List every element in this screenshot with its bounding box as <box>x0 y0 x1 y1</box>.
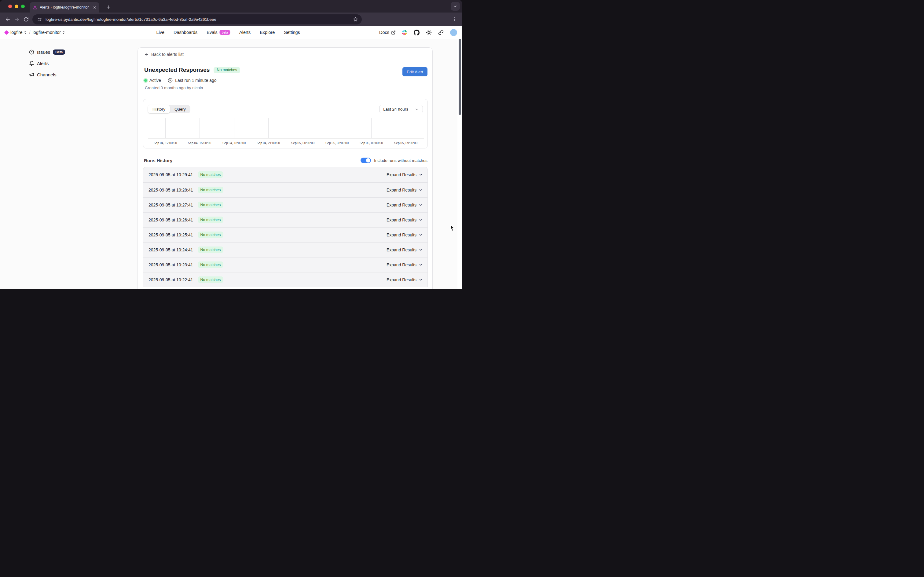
time-range-value: Last 24 hours <box>383 107 408 111</box>
run-row: 2025-09-05 at 10:29:41 No matches Expand… <box>143 167 427 182</box>
tab-close-icon[interactable] <box>93 6 96 9</box>
run-row: 2025-09-05 at 10:25:41 No matches Expand… <box>143 227 427 242</box>
expand-results-button[interactable]: Expand Results <box>387 172 423 177</box>
edit-alert-button[interactable]: Edit Alert <box>402 67 427 76</box>
issues-beta-badge: Beta <box>53 50 65 55</box>
docs-link[interactable]: Docs <box>379 30 396 35</box>
expand-results-button[interactable]: Expand Results <box>387 263 423 267</box>
arrow-left-icon <box>5 16 11 22</box>
github-icon[interactable] <box>414 30 419 35</box>
slack-icon[interactable] <box>402 30 407 35</box>
chevron-down-icon <box>419 172 423 177</box>
nav-explore[interactable]: Explore <box>260 30 275 35</box>
window-controls <box>8 5 25 8</box>
history-chart-panel: History Query Last 24 hours Sep 04, 12:0… <box>143 99 428 148</box>
expand-results-button[interactable]: Expand Results <box>387 277 423 282</box>
time-range-select[interactable]: Last 24 hours <box>379 105 423 113</box>
sidebar-item-label: Channels <box>37 72 56 77</box>
window-zoom-button[interactable] <box>21 5 25 8</box>
expand-results-label: Expand Results <box>387 218 416 222</box>
new-tab-button[interactable] <box>104 3 113 11</box>
plus-icon <box>106 5 111 10</box>
nav-settings[interactable]: Settings <box>284 30 300 35</box>
expand-results-label: Expand Results <box>387 232 416 237</box>
chevron-down-icon <box>419 188 423 192</box>
run-timestamp: 2025-09-05 at 10:28:41 <box>148 187 193 192</box>
theme-toggle-sun-icon[interactable] <box>426 30 432 35</box>
url-text[interactable]: logfire-us.pydantic.dev/logfire/logfire-… <box>45 17 350 22</box>
run-timestamp: 2025-09-05 at 10:26:41 <box>148 218 193 222</box>
toggle-knob <box>366 158 370 163</box>
site-settings-icon[interactable] <box>36 16 43 23</box>
run-status-badge: No matches <box>198 201 224 208</box>
badge-alert-icon <box>29 50 34 55</box>
x-axis-label: Sep 05, 06:00:00 <box>353 142 390 145</box>
user-avatar[interactable]: - <box>450 29 457 36</box>
tab-query[interactable]: Query <box>170 105 190 113</box>
logfire-logo-icon <box>4 30 9 35</box>
x-axis-label: Sep 05, 00:00:00 <box>284 142 321 145</box>
browser-tab[interactable]: Alerts · logfire/logfire-monitor <box>30 2 99 13</box>
expand-results-label: Expand Results <box>387 263 416 267</box>
alert-title: Unexpected Responses <box>144 66 210 73</box>
run-timestamp: 2025-09-05 at 10:22:41 <box>148 277 193 282</box>
scrollbar-thumb[interactable] <box>459 39 461 115</box>
window-close-button[interactable] <box>8 5 12 8</box>
browser-menu-button[interactable] <box>450 15 459 24</box>
expand-results-button[interactable]: Expand Results <box>387 187 423 192</box>
chevron-down-icon <box>453 4 457 8</box>
back-to-alerts-link[interactable]: Back to alerts list <box>144 52 184 57</box>
chart-gridline <box>268 118 269 138</box>
include-runs-toggle[interactable] <box>361 158 371 163</box>
back-button[interactable] <box>3 15 12 24</box>
sidebar-item-alerts[interactable]: Alerts <box>29 60 65 67</box>
history-query-tabs: History Query <box>148 105 190 113</box>
created-by-text: Created 3 months ago by nicola <box>145 85 203 90</box>
tab-search-button[interactable] <box>451 2 460 11</box>
chart-gridline <box>234 118 234 138</box>
play-circle-icon <box>168 78 173 83</box>
org-selector[interactable]: logfire <box>10 30 27 35</box>
expand-results-button[interactable]: Expand Results <box>387 232 423 237</box>
expand-results-button[interactable]: Expand Results <box>387 247 423 252</box>
breadcrumb: logfire / logfire-monitor <box>5 30 65 35</box>
runs-list: 2025-09-05 at 10:29:41 No matches Expand… <box>143 167 428 287</box>
megaphone-icon <box>29 72 34 77</box>
app-header: logfire / logfire-monitor Live Dashboard… <box>0 26 462 39</box>
alert-status-row: Active Last run 1 minute ago <box>144 78 217 83</box>
nav-dashboards[interactable]: Dashboards <box>174 30 197 35</box>
chevron-down-icon <box>419 248 423 252</box>
run-status-badge: No matches <box>198 187 224 193</box>
project-name: logfire-monitor <box>33 30 61 35</box>
bookmark-star-icon[interactable] <box>353 17 358 22</box>
chevron-down-icon <box>415 107 419 111</box>
x-axis-label: Sep 04, 21:00:00 <box>250 142 287 145</box>
reload-button[interactable] <box>21 15 31 24</box>
run-row: 2025-09-05 at 10:24:41 No matches Expand… <box>143 242 427 257</box>
url-bar[interactable]: logfire-us.pydantic.dev/logfire/logfire-… <box>32 15 362 24</box>
nav-evals[interactable]: Evalsbeta <box>206 30 230 35</box>
kebab-menu-icon <box>452 17 457 22</box>
tab-history[interactable]: History <box>148 105 170 113</box>
chart-gridline <box>200 118 200 138</box>
share-link-icon[interactable] <box>438 30 443 35</box>
project-selector[interactable]: logfire-monitor <box>33 30 66 35</box>
run-timestamp: 2025-09-05 at 10:29:41 <box>148 172 193 177</box>
browser-window: Alerts · logfire/logfire-monitor logfire… <box>0 0 462 288</box>
forward-button[interactable] <box>12 15 21 24</box>
expand-results-button[interactable]: Expand Results <box>387 203 423 207</box>
sidebar-item-channels[interactable]: Channels <box>29 71 65 78</box>
expand-results-label: Expand Results <box>387 187 416 192</box>
alert-status-badge: No matches <box>214 67 240 73</box>
chevron-down-icon <box>419 278 423 282</box>
run-status-badge: No matches <box>198 217 224 223</box>
x-axis-label: Sep 04, 15:00:00 <box>181 142 218 145</box>
run-status-badge: No matches <box>198 276 224 283</box>
window-minimize-button[interactable] <box>15 5 18 8</box>
run-timestamp: 2025-09-05 at 10:27:41 <box>148 203 193 207</box>
expand-results-button[interactable]: Expand Results <box>387 218 423 222</box>
include-runs-toggle-group: Include runs without matches <box>361 158 427 163</box>
nav-alerts[interactable]: Alerts <box>239 30 250 35</box>
sidebar-item-issues[interactable]: Issues Beta <box>29 48 65 56</box>
nav-live[interactable]: Live <box>156 30 164 35</box>
